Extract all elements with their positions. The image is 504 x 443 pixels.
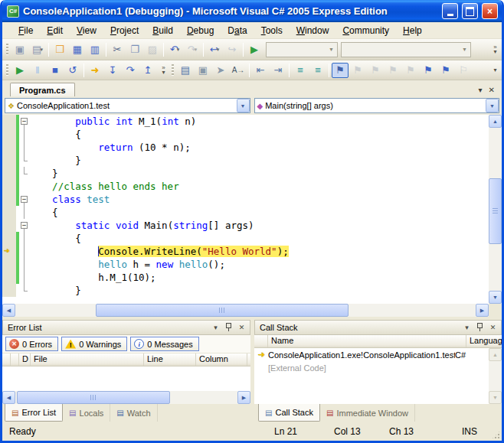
close-button[interactable]: × [482,3,498,19]
column-header-description[interactable]: D [19,353,31,366]
previous-bookmark-in-folder-button[interactable]: ⚑ [385,63,401,78]
step-into-button[interactable]: ↧ [104,63,121,78]
start-debugging-button[interactable]: ▶ [246,42,263,57]
cut-button[interactable]: ✂ [109,42,126,57]
auto-hide-pin-button[interactable] [223,322,234,333]
editor-vertical-scrollbar[interactable]: ▲ ▼ [489,115,502,304]
combo-dropdown-button[interactable]: ▼ [486,99,499,112]
next-bookmark-button[interactable]: ⚑ [367,63,384,78]
menu-debug[interactable]: Debug [180,24,221,37]
menu-tools[interactable]: Tools [254,24,290,37]
title-bar[interactable]: C# ConsoleApplication1 (Debugging) - Mic… [2,0,502,22]
comment-lines-button[interactable]: ≡ [292,63,309,78]
members-combo[interactable]: ◆ Main(string[] args) ▼ [254,98,500,113]
tab-error-list[interactable]: ▤Error List [5,404,63,422]
parameter-info-button[interactable]: ▣ [195,63,211,78]
toolbar-overflow-button[interactable]: »▾ [490,45,500,54]
menu-build[interactable]: Build [146,24,180,37]
toolbar-grip[interactable] [6,64,8,77]
column-header-file[interactable]: File [31,353,144,366]
step-over-button[interactable]: ↷ [122,63,139,78]
paste-button[interactable]: ▨ [144,42,161,57]
scroll-left-button[interactable]: ◀ [2,304,15,317]
messages-filter-button[interactable]: i 0 Messages [130,337,198,351]
column-header-column[interactable]: Column [196,353,247,366]
scrollbar-track[interactable] [15,304,476,317]
previous-bookmark-button[interactable]: ⚑ [349,63,366,78]
toolbar-grip[interactable] [6,44,8,56]
tab-call-stack[interactable]: ▤Call Stack [258,404,320,422]
uncomment-lines-button[interactable]: ≡ [309,63,326,78]
member-list-button[interactable]: ▤ [177,63,194,78]
next-bookmark-in-document-button[interactable]: ⚑ [437,63,454,78]
redo-button[interactable]: ↷▾ [184,42,201,57]
maximize-button[interactable] [462,3,478,19]
previous-bookmark-in-document-button[interactable]: ⚑ [420,63,437,78]
scroll-down-button[interactable]: ▼ [489,291,502,304]
stop-debugging-button[interactable]: ■ [47,63,64,78]
call-stack-title-bar[interactable]: Call Stack ▾ ✕ [254,320,502,335]
increase-indent-button[interactable]: ⇥ [270,63,286,78]
scroll-up-button[interactable]: ▲ [489,348,502,361]
copy-button[interactable]: ❐ [126,42,143,57]
error-list-horizontal-scrollbar[interactable]: ◀ ▶ [2,391,250,404]
toolbar-overflow-button[interactable]: »▾ [159,66,169,75]
scrollbar-thumb[interactable] [489,178,502,244]
window-position-button[interactable]: ▾ [210,322,221,333]
continue-button[interactable]: ▶ [11,63,28,78]
navigate-backward-button[interactable]: ↩▾ [206,42,223,57]
call-stack-row[interactable]: ➜ConsoleApplication1.exe!ConsoleApplicat… [254,348,489,361]
scrollbar-track[interactable] [15,391,237,404]
column-header-language[interactable]: Language [466,335,502,347]
standard-toolbar-combo-1[interactable]: ▼ [266,42,338,57]
scrollbar-thumb[interactable] [96,304,349,317]
auto-hide-pin-button[interactable] [474,322,486,333]
standard-toolbar-combo-2[interactable]: ▼ [341,42,471,57]
code-area[interactable]: − public int M_1(int n) { return (10 * n… [2,115,489,304]
combo-dropdown-button[interactable]: ▼ [237,99,250,112]
column-header[interactable] [2,353,11,366]
minimize-button[interactable] [442,3,458,19]
step-out-button[interactable]: ↥ [139,63,156,78]
new-project-button[interactable]: ▣ [11,42,28,57]
scrollbar-thumb[interactable] [17,391,170,404]
tab-locals[interactable]: ▤Locals [63,404,110,422]
collapse-box-icon[interactable]: − [21,196,28,203]
scroll-right-button[interactable]: ▶ [476,304,489,317]
editor-horizontal-scrollbar[interactable]: ◀ ▶ [2,304,489,317]
save-all-button[interactable]: ▥ [87,42,103,57]
close-panel-button[interactable]: ✕ [236,322,247,333]
warnings-filter-button[interactable]: ! 0 Warnings [61,337,127,351]
tab-watch[interactable]: ▤Watch [110,404,157,422]
errors-filter-button[interactable]: ✕ 0 Errors [5,337,58,351]
error-list-body[interactable] [2,366,250,391]
undo-button[interactable]: ↶▾ [166,42,183,57]
menu-community[interactable]: Community [335,24,396,37]
restart-button[interactable]: ↺ [64,63,81,78]
clear-bookmarks-button[interactable]: ⚐ [455,63,472,78]
scroll-down-button[interactable]: ▼ [489,391,502,404]
scroll-right-button[interactable]: ▶ [237,391,250,404]
types-combo[interactable]: ❖ ConsoleApplication1.test ▼ [5,98,250,113]
open-file-button[interactable]: ❒ [51,42,68,57]
scroll-up-button[interactable]: ▲ [489,115,502,128]
toggle-bookmark-button[interactable]: ⚑ [332,63,349,78]
column-header[interactable] [11,353,19,366]
window-position-button[interactable]: ▾ [461,322,473,333]
close-document-button[interactable]: ✕ [489,86,495,94]
show-next-statement-button[interactable]: ➜ [87,63,103,78]
toolbar-overflow-button[interactable]: ▾ [490,68,500,73]
break-all-button[interactable]: ‖ [29,63,46,78]
navigate-forward-button[interactable]: ↪ [224,42,241,57]
call-stack-row[interactable]: [External Code] [254,361,489,374]
add-new-item-button[interactable]: ▤▾ [29,42,46,57]
tab-immediate-window[interactable]: ▤Immediate Window [320,404,415,422]
menu-project[interactable]: Project [103,24,146,37]
menu-file[interactable]: File [11,24,40,37]
menu-help[interactable]: Help [396,24,429,37]
active-files-dropdown-button[interactable]: ▾ [479,86,483,94]
column-header-line[interactable]: Line [144,353,196,366]
scrollbar-track[interactable] [489,128,502,291]
next-bookmark-in-folder-button[interactable]: ⚑ [402,63,419,78]
scroll-left-button[interactable]: ◀ [2,391,15,404]
